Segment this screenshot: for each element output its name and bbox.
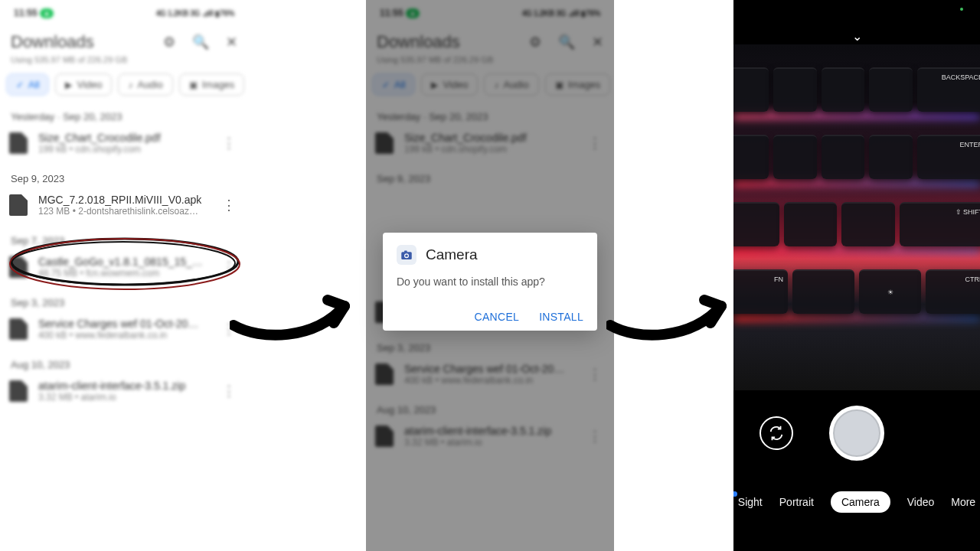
camera-controls — [733, 406, 980, 474]
mode-more[interactable]: More — [951, 496, 975, 508]
filter-chips: ✓All ▶Video ♪Audio ▣Images — [0, 70, 248, 99]
section-header: Sep 3, 2023 — [0, 285, 248, 311]
list-item[interactable]: Castle_GoGo_v1.8.1_0815_15_39.apk48.75 M… — [0, 249, 248, 285]
file-icon — [9, 194, 28, 216]
install-dialog: Camera Do you want to install this app? … — [383, 233, 597, 331]
more-icon[interactable]: ⋮ — [219, 259, 239, 276]
shutter-button[interactable] — [829, 406, 884, 461]
audio-icon: ♪ — [128, 80, 132, 90]
chip-all[interactable]: ✓All — [6, 73, 49, 96]
downloads-header: Downloads ⚙ 🔍 ✕ — [0, 18, 248, 52]
camera-app-icon — [397, 245, 416, 265]
install-button[interactable]: INSTALL — [539, 311, 583, 323]
panel-camera-app: ⌄ BACKSPACE ENTER ⇧ SHIFT FN☀CTRL Sight — [733, 0, 980, 551]
file-icon — [9, 380, 28, 402]
keyboard-photo: BACKSPACE ENTER ⇧ SHIFT FN☀CTRL — [733, 44, 980, 390]
gap — [614, 0, 733, 551]
check-icon: ✓ — [16, 80, 24, 90]
section-header: Sep 7, 2023 — [0, 223, 248, 249]
section-header: Yesterday · Sep 20, 2023 — [0, 99, 248, 126]
gap — [248, 0, 366, 551]
mode-sight[interactable]: Sight — [738, 496, 763, 508]
search-icon[interactable]: 🔍 — [192, 34, 209, 51]
section-header: Sep 9, 2023 — [0, 161, 248, 187]
chevron-down-icon[interactable]: ⌄ — [852, 29, 862, 44]
dialog-message: Do you want to install this app? — [397, 276, 583, 288]
more-icon[interactable]: ⋮ — [219, 383, 239, 399]
mode-portrait[interactable]: Portrait — [779, 496, 814, 508]
mode-camera[interactable]: Camera — [831, 491, 890, 513]
recording-indicator-icon — [960, 8, 963, 11]
status-pill-icon: ● — [40, 8, 54, 18]
chip-audio[interactable]: ♪Audio — [118, 73, 172, 96]
svg-rect-6 — [404, 250, 407, 252]
composite-tutorial: 11:55 ● 4G 1.2KB 3G ⊿ill ▮76% Downloads … — [0, 0, 980, 551]
file-icon — [9, 256, 28, 278]
section-header: Aug 10, 2023 — [0, 347, 248, 373]
camera-statusbar — [733, 0, 980, 24]
more-icon[interactable]: ⋮ — [219, 321, 239, 337]
list-item[interactable]: Size_Chart_Crocodile.pdf199 kB • cdn.sho… — [0, 126, 248, 161]
switch-camera-button[interactable] — [760, 416, 793, 450]
list-item[interactable]: atarim-client-interface-3.5.1.zip3.32 MB… — [0, 373, 248, 409]
chip-images[interactable]: ▣Images — [179, 73, 245, 96]
cancel-button[interactable]: CANCEL — [475, 311, 520, 323]
video-icon: ▶ — [65, 80, 72, 90]
list-item[interactable]: Service Charges wef 01-Oct-20…400 kB • w… — [0, 311, 248, 347]
chip-video[interactable]: ▶Video — [55, 73, 112, 96]
gear-icon[interactable]: ⚙ — [163, 34, 175, 51]
dialog-title: Camera — [426, 246, 478, 263]
panel-downloads: 11:55 ● 4G 1.2KB 3G ⊿ill ▮76% Downloads … — [0, 0, 248, 551]
close-icon[interactable]: ✕ — [226, 34, 237, 51]
status-bar: 11:55 ● 4G 1.2KB 3G ⊿ill ▮76% — [0, 0, 248, 18]
file-icon — [9, 318, 28, 340]
status-time: 11:55 — [14, 8, 38, 18]
list-item-apk[interactable]: MGC_7.2.018_RPII.MiVIII_V0.apk123 MB • 2… — [0, 187, 248, 223]
camera-viewfinder[interactable]: BACKSPACE ENTER ⇧ SHIFT FN☀CTRL — [733, 44, 980, 390]
svg-point-5 — [405, 254, 407, 256]
more-icon[interactable]: ⋮ — [219, 135, 239, 152]
file-icon — [9, 132, 28, 154]
camera-modes: Sight Portrait Camera Video More — [733, 491, 980, 513]
mode-video[interactable]: Video — [907, 496, 935, 508]
status-right: 4G 1.2KB 3G ⊿ill ▮76% — [156, 9, 234, 18]
more-icon[interactable]: ⋮ — [219, 197, 239, 214]
storage-usage: Using 535.97 MB of 226.29 GB — [0, 52, 248, 70]
panel-install-dialog: 11:55 ● 4G 1.2KB 3G ⊿ill ▮76% Downloads … — [366, 0, 614, 551]
blue-dot-icon — [733, 491, 737, 497]
image-icon: ▣ — [189, 80, 198, 90]
page-title: Downloads — [11, 32, 163, 52]
